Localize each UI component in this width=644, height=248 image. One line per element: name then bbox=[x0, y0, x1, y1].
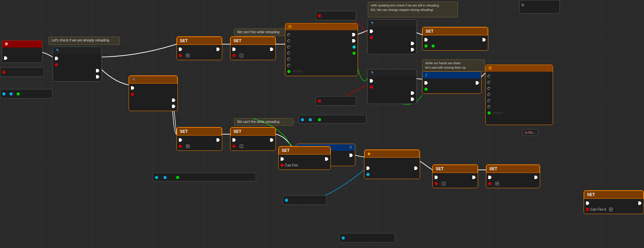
delay2-exec-in bbox=[424, 81, 428, 85]
wrd-reverse-row bbox=[285, 50, 322, 56]
wru-revfromend-pin bbox=[488, 99, 491, 102]
branch3-false-row bbox=[129, 103, 177, 109]
cwb2-row bbox=[340, 235, 395, 241]
delay2-exec-row bbox=[422, 80, 481, 86]
branch3-condition-pin bbox=[131, 93, 134, 96]
wrd-stop-row bbox=[285, 44, 322, 50]
cw-left-out-pin bbox=[10, 92, 13, 95]
comment-updating-text: With updating let's check if we are stil… bbox=[371, 4, 440, 12]
delay2-duration-pin bbox=[424, 88, 428, 91]
branch3-exec-in bbox=[131, 86, 134, 90]
partial-node-tr: Is bbox=[519, 0, 560, 14]
set-ir2-pin bbox=[179, 145, 182, 148]
wrd-revfromend-row bbox=[285, 56, 322, 62]
set-ir2-header: SET bbox=[177, 127, 222, 136]
comment-cant-fire-top-text: We can't fire while reloading bbox=[237, 30, 280, 34]
wrd-newtime-pin bbox=[287, 70, 290, 73]
wrd-play-row bbox=[285, 32, 322, 38]
setcf1-exec-row bbox=[230, 46, 276, 52]
set1-isreloading-pin bbox=[179, 54, 182, 57]
wrd-setnewtime-pin bbox=[287, 64, 290, 67]
branch4-false-pin bbox=[411, 98, 414, 101]
set-ir3-title: SET bbox=[436, 166, 443, 171]
comment-updating: With updating let's check if we are stil… bbox=[368, 2, 458, 17]
set-cf6-checkbox: ✓ bbox=[609, 208, 613, 211]
set-cf2-exec-row bbox=[230, 137, 276, 143]
branch3-icon: ↰ bbox=[132, 77, 135, 82]
wru-reverse-pin bbox=[488, 93, 491, 96]
comment-cant-fire-top: We can't fire while reloading bbox=[234, 29, 293, 36]
reload-bp-icon: ◆ bbox=[367, 152, 370, 156]
wru-reverse-row bbox=[486, 91, 553, 98]
cw-left-green-pin bbox=[17, 92, 20, 95]
cw2-rtpin bbox=[318, 118, 321, 121]
set-isreloading2-node: SET ✓ bbox=[176, 127, 222, 151]
set-ir2-isreloading-row: ✓ bbox=[177, 143, 222, 149]
branch1-true-row bbox=[53, 68, 101, 74]
wru-stop-row bbox=[486, 85, 553, 91]
branch4-header: ↰ bbox=[368, 69, 416, 76]
branch1-icon: ↰ bbox=[56, 48, 59, 53]
branch1-condition-pin bbox=[55, 63, 58, 66]
wru-revfromend-row bbox=[486, 98, 553, 104]
is-reloading-var-row bbox=[0, 69, 44, 75]
set-ir2-checkbox: ✓ bbox=[186, 144, 190, 148]
branch4-true-pin bbox=[411, 91, 414, 95]
set-cf6-exec-out bbox=[638, 201, 642, 205]
branch1-exec-in bbox=[55, 57, 58, 60]
set-cf-far-header: SET bbox=[279, 146, 330, 155]
branch4-exec-in bbox=[370, 79, 373, 83]
set-cf6-label: Can Fire 6 bbox=[590, 208, 606, 211]
wrd-icon: ⏱ bbox=[288, 25, 292, 29]
set-cf6-title: SET bbox=[587, 192, 595, 197]
wrd-header: ⏱ bbox=[285, 23, 358, 30]
set-isreloading1-header: SET bbox=[177, 37, 222, 45]
comment-hands-down-text: While our hands are downlet's wait with … bbox=[425, 61, 466, 69]
delay2-node: ƒ bbox=[422, 71, 481, 94]
branch4-condition-pin bbox=[370, 86, 373, 89]
setcf1-exec-out bbox=[270, 48, 273, 51]
branch3-header: ↰ bbox=[129, 76, 177, 84]
set-cf3-checkbox: ✓ bbox=[495, 182, 499, 185]
set-canfire1-title: SET bbox=[233, 38, 241, 43]
ir2-pin bbox=[318, 100, 321, 103]
current-weapon-bottom2-node bbox=[339, 233, 395, 243]
wru-newtime-row bbox=[486, 110, 553, 116]
branch4-true-row bbox=[368, 90, 416, 96]
set-cf-far-canfire-row: Can Fire bbox=[279, 162, 330, 168]
delay2-duration-row bbox=[422, 86, 481, 92]
current-weapon-left-node bbox=[0, 89, 53, 99]
set-cf-far-title: SET bbox=[282, 148, 289, 153]
cw2-targetpin bbox=[309, 118, 312, 121]
set-cf3-header: SET bbox=[486, 165, 540, 173]
setcf1-exec-in bbox=[232, 48, 236, 51]
set-canfire-far-node: SET Can Fire bbox=[278, 146, 331, 170]
wrd-stop-pin bbox=[287, 46, 290, 49]
setcf1-canfire-row bbox=[230, 52, 276, 58]
set-weaponpull-node: SET bbox=[422, 27, 488, 51]
cw-bottom-row bbox=[283, 197, 326, 203]
cwb2-pin bbox=[342, 236, 345, 240]
wru-playfromstart-row bbox=[486, 79, 553, 85]
set-isreloading3-node: SET bbox=[432, 164, 478, 188]
cw2-row bbox=[299, 117, 366, 123]
set1-exec-row bbox=[177, 46, 222, 52]
branch2-false-row bbox=[368, 47, 416, 53]
wru-is-reloading-row bbox=[486, 117, 553, 123]
branch2-exec-in bbox=[370, 30, 373, 33]
set-ir3-exec-out bbox=[472, 176, 476, 179]
branch1-header: ↰ bbox=[53, 47, 101, 54]
ir2-row bbox=[316, 98, 356, 104]
set-cf2-canfire-row bbox=[230, 143, 276, 149]
comment-hands-down: While our hands are downlet's wait with … bbox=[422, 59, 485, 72]
set-wp-exec-row bbox=[422, 37, 488, 43]
set-cf2-exec-out bbox=[270, 138, 273, 142]
set-wp-title: SET bbox=[425, 29, 433, 34]
wru-header: ⏱ bbox=[486, 65, 553, 72]
branch2-header: ↰ bbox=[368, 20, 416, 27]
set-cf2-exec-in bbox=[232, 138, 236, 142]
weapon-reloading-down-node: ⏱ bbox=[285, 23, 358, 76]
branch4-condition-row bbox=[368, 84, 416, 90]
wrd-update-pin bbox=[352, 33, 356, 36]
branch2-true-pin bbox=[411, 42, 414, 45]
